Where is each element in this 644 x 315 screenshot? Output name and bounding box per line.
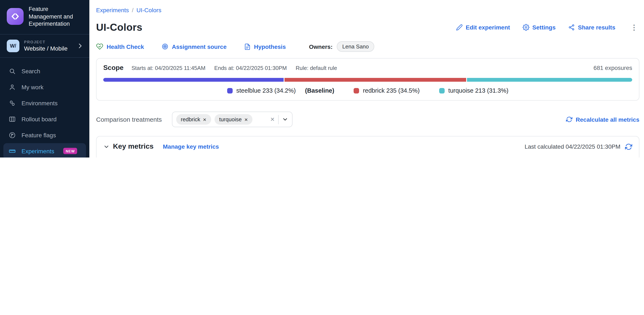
collapse-chevron-down-icon[interactable]	[103, 143, 110, 150]
sidebar-item-search[interactable]: Search	[3, 63, 86, 79]
refresh-icon[interactable]	[625, 143, 632, 150]
app-logo-icon	[7, 8, 24, 25]
share-results-button[interactable]: Share results	[568, 24, 615, 31]
project-badge: W/	[7, 39, 20, 52]
project-name: Website / Mobile	[24, 45, 72, 52]
breadcrumb-experiments-link[interactable]: Experiments	[96, 7, 129, 13]
scope-card: Scope Starts at: 04/20/2025 11:45AM Ends…	[96, 58, 639, 101]
comparison-treatments-select[interactable]: redbrick ✕ turquoise ✕ ✕	[172, 112, 292, 127]
chevron-down-icon[interactable]	[282, 116, 288, 123]
recalculate-all-metrics-button[interactable]: Recalculate all metrics	[566, 116, 639, 123]
col-direction: Direction	[347, 155, 452, 157]
project-eyebrow: PROJECT	[24, 40, 72, 44]
legend-item-turquoise: turquoise 213 (31.3%)	[439, 87, 508, 94]
heart-check-icon	[96, 43, 103, 50]
remove-chip-icon[interactable]: ✕	[244, 117, 248, 122]
document-icon	[244, 43, 250, 50]
sidebar-item-my-work[interactable]: My work	[3, 79, 86, 95]
table-header-row: Metric Treatment Direction Impact P-valu…	[103, 155, 632, 157]
scope-ends: Ends at: 04/22/2025 01:30PM	[214, 65, 287, 71]
target-icon	[161, 43, 168, 50]
scope-starts: Starts at: 04/20/2025 11:45AM	[132, 65, 206, 71]
last-calculated-text: Last calculated 04/22/2025 01:30PM	[524, 143, 620, 150]
key-metrics-card: Key metrics Manage key metrics Last calc…	[96, 136, 639, 157]
exposure-segment-steelblue	[103, 78, 284, 82]
project-switcher[interactable]: W/ PROJECT Website / Mobile	[0, 34, 89, 57]
hexagons-icon	[8, 99, 16, 107]
col-pvalue: P-value	[521, 155, 579, 157]
main-content: Experiments / UI-Colors UI-Colors Edit e…	[89, 0, 644, 157]
share-icon	[568, 24, 575, 31]
legend-item-steelblue: steelblue 233 (34.2%) (Baseline)	[227, 87, 334, 94]
page-title: UI-Colors	[96, 21, 142, 33]
key-metrics-table: Metric Treatment Direction Impact P-valu…	[103, 155, 632, 157]
manage-key-metrics-link[interactable]: Manage key metrics	[163, 143, 219, 150]
scope-title: Scope	[103, 64, 124, 72]
redbrick-swatch	[354, 88, 359, 93]
breadcrumb-current-link[interactable]: UI-Colors	[136, 7, 161, 13]
columns-icon	[8, 115, 16, 123]
user-icon	[8, 83, 16, 91]
settings-button[interactable]: Settings	[522, 24, 556, 31]
exposure-legend: steelblue 233 (34.2%) (Baseline) redbric…	[103, 87, 632, 94]
owner-pill[interactable]: Lena Sano	[337, 41, 374, 52]
assignment-source-link[interactable]: Assignment source	[161, 43, 226, 50]
app-window: Feature Management and Experimentation W…	[0, 0, 644, 157]
kebab-menu-icon[interactable]: ⋮	[629, 23, 639, 32]
exposure-segment-redbrick	[284, 78, 466, 82]
steelblue-swatch	[227, 88, 232, 93]
chevron-right-icon	[77, 42, 84, 49]
treatment-chip-turquoise[interactable]: turquoise ✕	[214, 114, 253, 125]
col-impact: Impact	[452, 155, 521, 157]
sidebar-item-environments[interactable]: Environments	[3, 95, 86, 111]
edit-experiment-button[interactable]: Edit experiment	[456, 24, 510, 31]
key-metrics-title: Key metrics	[113, 142, 154, 151]
exposure-bar	[103, 78, 632, 82]
col-treatment: Treatment	[252, 155, 347, 157]
select-divider	[278, 115, 278, 124]
sidebar-nav: Search My work Environments Rollout boar…	[0, 57, 89, 157]
breadcrumb: Experiments / UI-Colors	[96, 7, 639, 13]
turquoise-swatch	[439, 88, 444, 93]
owners-label: Owners:	[309, 43, 332, 50]
sidebar-item-experiments[interactable]: Experiments NEW	[3, 143, 86, 157]
flag-circle-icon	[8, 131, 16, 139]
col-value: Value	[579, 155, 632, 157]
sidebar-item-rollout-board[interactable]: Rollout board	[3, 111, 86, 127]
exposures-count: 681 exposures	[594, 64, 632, 71]
sidebar: Feature Management and Experimentation W…	[0, 0, 89, 157]
legend-item-redbrick: redbrick 235 (34.5%)	[354, 87, 420, 94]
hypothesis-link[interactable]: Hypothesis	[244, 43, 286, 50]
scope-rule: Rule: default rule	[296, 65, 337, 71]
ruler-icon	[8, 147, 16, 155]
gear-icon	[522, 24, 529, 31]
refresh-icon	[566, 116, 572, 123]
clear-select-icon[interactable]: ✕	[270, 116, 275, 123]
search-icon	[8, 67, 16, 75]
col-metric: Metric	[103, 155, 252, 157]
app-brand: Feature Management and Experimentation	[0, 0, 89, 34]
sidebar-item-feature-flags[interactable]: Feature flags	[3, 127, 86, 143]
app-title: Feature Management and Experimentation	[29, 5, 82, 27]
health-check-link[interactable]: Health Check	[96, 43, 144, 50]
pencil-icon	[456, 24, 463, 31]
treatment-chip-redbrick[interactable]: redbrick ✕	[176, 114, 211, 125]
exposure-segment-turquoise	[467, 78, 632, 82]
comparison-treatments-label: Comparison treatments	[96, 116, 162, 123]
remove-chip-icon[interactable]: ✕	[203, 117, 206, 122]
breadcrumb-separator: /	[132, 7, 134, 13]
new-badge: NEW	[63, 148, 77, 154]
